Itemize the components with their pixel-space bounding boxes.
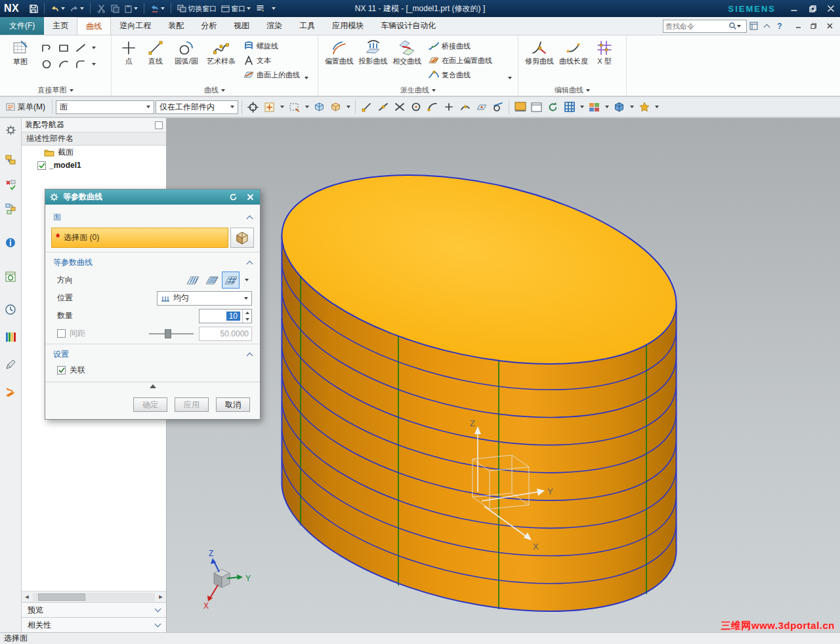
spacing-checkbox[interactable] <box>57 329 66 338</box>
direction-dropdown-button[interactable] <box>241 272 252 289</box>
menu-button[interactable]: 菜单(M) <box>3 99 49 115</box>
column-header-descriptive-part-name[interactable]: 描述性部件名 <box>22 132 166 146</box>
dialog-reset-button[interactable] <box>227 191 239 203</box>
resource-bar-options-button[interactable] <box>3 122 18 138</box>
highlight-whole-assembly-icon[interactable] <box>312 100 327 115</box>
studio-spline-button[interactable]: 艺术样条 <box>203 37 239 68</box>
panel-options-button[interactable] <box>155 121 163 129</box>
face-collector-button[interactable] <box>230 228 254 248</box>
circle-tool-icon[interactable] <box>39 56 54 71</box>
tab-file[interactable]: 文件(F) <box>0 17 44 35</box>
associative-checkbox[interactable] <box>57 366 66 374</box>
snap-existing-point-icon[interactable] <box>441 100 456 115</box>
x-form-button[interactable]: X 型 <box>591 37 618 68</box>
process-studio-tab[interactable] <box>3 384 18 400</box>
selection-scope-filter[interactable]: 仅在工作部件内 <box>156 100 238 114</box>
minimize-ribbon-icon[interactable] <box>760 20 773 33</box>
window-display-icon[interactable] <box>529 100 544 115</box>
curve-gallery-expander[interactable] <box>302 37 310 85</box>
help-icon[interactable]: ? <box>773 20 786 33</box>
tab-view[interactable]: 视图 <box>225 17 258 35</box>
web-browser-tab[interactable] <box>3 269 18 285</box>
offset-curve-button[interactable]: 偏置曲线 <box>322 37 356 68</box>
view-cube-icon[interactable] <box>612 100 627 115</box>
role-dropdown[interactable] <box>603 100 610 115</box>
role-palette-icon[interactable] <box>587 100 602 115</box>
system-materials-tab[interactable] <box>3 329 18 345</box>
command-finder[interactable] <box>663 20 747 33</box>
snap-tangent-icon[interactable] <box>490 100 505 115</box>
snap-arc-center-icon[interactable] <box>408 100 423 115</box>
isoparametric-curve-dialog[interactable]: 等参数曲线 面 * 选择面 (0) 等 <box>45 189 261 420</box>
tree-row-sections[interactable]: 截面 <box>22 146 166 159</box>
dependencies-section-header[interactable]: 相关性 <box>22 617 166 632</box>
tab-analysis[interactable]: 分析 <box>192 17 225 35</box>
count-decrement-button[interactable] <box>243 316 251 323</box>
constraint-navigator-tab[interactable] <box>3 177 18 193</box>
sketch-tools-dropdown[interactable] <box>90 40 97 55</box>
customize-quick-access-button[interactable] <box>268 2 280 15</box>
snap-point-on-curve-icon[interactable] <box>457 100 472 115</box>
curve-length-button[interactable]: 曲线长度 <box>556 37 591 68</box>
tab-tools[interactable]: 工具 <box>291 17 324 35</box>
profile-tool-icon[interactable] <box>39 40 54 55</box>
group-label-edit-curve[interactable]: 编辑曲线 <box>520 85 624 96</box>
preview-section-header[interactable]: 预览 <box>22 602 166 617</box>
trim-curve-button[interactable]: 修剪曲线 <box>522 37 556 68</box>
effects-dropdown[interactable] <box>653 100 660 115</box>
snap-quadrant-icon[interactable] <box>425 100 440 115</box>
system-scene-tab[interactable] <box>3 357 18 372</box>
tab-home[interactable]: 主页 <box>44 17 77 35</box>
offset-curve-in-face-button[interactable]: 在面上偏置曲线 <box>427 53 505 68</box>
command-finder-input[interactable] <box>665 22 728 30</box>
snap-point-toggle-icon[interactable] <box>262 100 277 115</box>
tab-application[interactable]: 应用模块 <box>324 17 372 35</box>
view-dropdown[interactable] <box>628 100 635 115</box>
tab-reverse-engineering[interactable]: 逆向工程 <box>111 17 159 35</box>
child-close-button[interactable] <box>822 20 837 33</box>
select-all-icon[interactable] <box>245 100 261 115</box>
scrollbar-thumb[interactable] <box>38 594 85 601</box>
component-checkbox[interactable] <box>37 161 46 170</box>
close-button[interactable] <box>822 1 840 16</box>
isoparametric-section-header[interactable]: 等参数曲线 <box>51 254 254 271</box>
navigator-h-scrollbar[interactable]: ◄ ► <box>22 591 166 602</box>
spacing-value-field[interactable]: 50.0000 <box>199 327 252 341</box>
interpart-selection-icon[interactable] <box>328 100 343 115</box>
line-button[interactable]: 直线 <box>142 37 169 68</box>
point-button[interactable]: 点 <box>116 37 142 68</box>
tab-render[interactable]: 渲染 <box>258 17 291 35</box>
graphics-window[interactable]: Z Y X Z Y X 三维网www.3dportal.cn <box>167 118 840 632</box>
part-navigator-tab[interactable] <box>3 201 18 216</box>
selection-rect-icon[interactable] <box>287 100 302 115</box>
child-restore-button[interactable] <box>806 20 822 33</box>
fillet-tool-icon[interactable] <box>73 56 88 71</box>
location-dropdown[interactable]: 均匀 <box>157 291 252 306</box>
tab-vehicle-design-automation[interactable]: 车辆设计自动化 <box>372 17 444 35</box>
recent-commands-button[interactable] <box>254 2 266 15</box>
rectangle-tool-icon[interactable] <box>56 40 71 55</box>
text-button[interactable]: 文本 <box>242 53 302 68</box>
child-minimize-button[interactable] <box>790 20 806 33</box>
minimize-button[interactable] <box>785 1 803 16</box>
spacing-slider[interactable] <box>149 329 194 339</box>
copy-button[interactable] <box>109 2 121 15</box>
group-label-derived-curve[interactable]: 派生曲线 <box>320 85 516 96</box>
redo-button[interactable] <box>68 2 85 15</box>
line-tool-icon[interactable] <box>73 40 88 55</box>
project-curve-button[interactable]: 投影曲线 <box>356 37 390 68</box>
tab-assemblies[interactable]: 装配 <box>159 17 192 35</box>
reuse-library-tab[interactable] <box>3 235 18 251</box>
ribbon-options-icon[interactable] <box>747 20 760 33</box>
history-palette-tab[interactable] <box>3 302 18 317</box>
derived-curve-gallery-expander[interactable] <box>505 37 514 85</box>
bridge-curve-button[interactable]: 桥接曲线 <box>427 39 505 53</box>
arc-tool-icon[interactable] <box>56 56 71 71</box>
cancel-button[interactable]: 取消 <box>216 397 250 412</box>
shaded-with-edges-icon[interactable] <box>513 100 528 115</box>
assembly-navigator-tab[interactable] <box>3 152 18 168</box>
count-increment-button[interactable] <box>243 310 251 316</box>
ok-button[interactable]: 确定 <box>133 397 167 412</box>
paste-button[interactable] <box>123 2 139 15</box>
grid-dropdown[interactable] <box>578 100 585 115</box>
